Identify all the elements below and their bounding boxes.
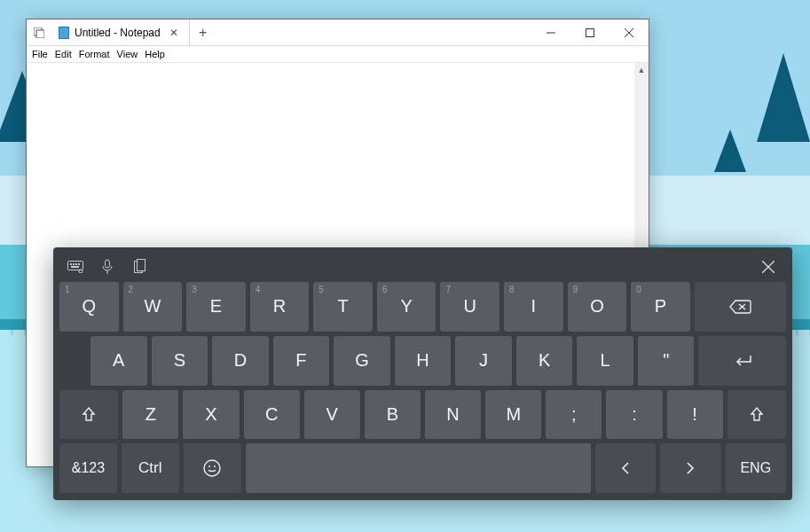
key-d[interactable]: D (212, 336, 269, 386)
key-enter[interactable] (698, 336, 786, 386)
svg-rect-13 (106, 260, 110, 268)
key-quote[interactable]: " (638, 336, 695, 386)
scroll-up-button[interactable]: ▲ (634, 63, 649, 77)
key-language[interactable]: ENG (726, 443, 786, 493)
key-t[interactable]: 5T (313, 282, 373, 332)
key-o[interactable]: 9O (568, 282, 627, 332)
key-space[interactable] (246, 443, 591, 493)
keyboard-row-2: ASDFGHJKL" (59, 336, 786, 386)
document-icon (59, 27, 69, 39)
key-shift-right[interactable] (727, 390, 786, 440)
key-f[interactable]: F (273, 336, 330, 386)
key-j[interactable]: J (455, 336, 512, 386)
key-q[interactable]: 1Q (59, 282, 119, 332)
tab-close-button[interactable]: ✕ (166, 27, 182, 39)
key-exclaim[interactable]: ! (667, 390, 723, 440)
key-i[interactable]: 8I (504, 282, 563, 332)
desktop: Untitled - Notepad ✕ + File Edit Form (0, 0, 810, 532)
svg-rect-11 (71, 266, 79, 268)
key-v[interactable]: V (304, 390, 360, 440)
keyboard-settings-icon[interactable] (59, 254, 91, 279)
svg-point-22 (208, 466, 210, 467)
tab-title: Untitled - Notepad (75, 27, 161, 39)
new-tab-button[interactable]: + (190, 20, 216, 45)
document-tab[interactable]: Untitled - Notepad ✕ (51, 20, 190, 45)
key-semicolon[interactable]: ; (546, 390, 602, 440)
wallpaper-tree (757, 53, 810, 142)
keyboard-close-button[interactable] (751, 261, 786, 273)
key-colon[interactable]: : (606, 390, 662, 440)
key-g[interactable]: G (334, 336, 390, 386)
menu-edit[interactable]: Edit (51, 48, 75, 60)
close-button[interactable] (609, 20, 649, 45)
keyboard-row-1: 1Q2W3E4R5T6Y7U8I9O0P (59, 282, 786, 332)
key-w[interactable]: 2W (123, 282, 183, 332)
key-arrow-left[interactable] (595, 443, 656, 493)
window-icon[interactable] (27, 20, 51, 45)
svg-rect-3 (586, 28, 594, 36)
menu-bar: File Edit Format View Help (27, 46, 649, 63)
key-p[interactable]: 0P (631, 282, 690, 332)
on-screen-keyboard: 1Q2W3E4R5T6Y7U8I9O0P ASDFGHJKL" ZXCVBNM;… (53, 247, 792, 500)
key-x[interactable]: X (183, 390, 239, 440)
key-s[interactable]: S (152, 336, 208, 386)
svg-point-21 (204, 460, 220, 476)
svg-rect-6 (68, 262, 83, 270)
svg-rect-10 (78, 263, 80, 265)
key-r[interactable]: 4R (250, 282, 310, 332)
key-b[interactable]: B (365, 390, 421, 440)
svg-point-23 (214, 466, 216, 467)
key-l[interactable]: L (577, 336, 633, 386)
key-n[interactable]: N (425, 390, 481, 440)
key-e[interactable]: 3E (186, 282, 246, 332)
titlebar[interactable]: Untitled - Notepad ✕ + (27, 20, 649, 46)
key-arrow-right[interactable] (660, 443, 720, 493)
key-a[interactable]: A (90, 336, 147, 386)
menu-help[interactable]: Help (141, 48, 169, 60)
key-z[interactable]: Z (122, 390, 178, 440)
maximize-button[interactable] (570, 20, 609, 45)
svg-rect-16 (138, 260, 145, 271)
key-backspace[interactable] (695, 282, 786, 332)
key-y[interactable]: 6Y (377, 282, 436, 332)
keyboard-row-4: &123 Ctrl ENG (59, 443, 786, 493)
key-emoji[interactable] (184, 443, 241, 493)
svg-rect-9 (75, 263, 77, 265)
key-h[interactable]: H (395, 336, 452, 386)
keyboard-row-3: ZXCVBNM;:! (59, 390, 786, 440)
key-m[interactable]: M (485, 390, 541, 440)
microphone-icon[interactable] (91, 254, 123, 279)
clipboard-icon[interactable] (123, 254, 155, 279)
key-c[interactable]: C (244, 390, 300, 440)
key-k[interactable]: K (516, 336, 573, 386)
key-shift-left[interactable] (59, 390, 118, 440)
menu-view[interactable]: View (114, 48, 142, 60)
svg-rect-8 (73, 263, 75, 265)
menu-format[interactable]: Format (75, 48, 114, 60)
minimize-button[interactable] (531, 20, 570, 45)
svg-rect-7 (70, 263, 72, 265)
key-symbols[interactable]: &123 (59, 443, 117, 493)
key-u[interactable]: 7U (440, 282, 499, 332)
menu-file[interactable]: File (28, 48, 51, 60)
wallpaper-tree (714, 129, 746, 172)
svg-rect-1 (36, 30, 44, 38)
key-ctrl[interactable]: Ctrl (122, 443, 179, 493)
